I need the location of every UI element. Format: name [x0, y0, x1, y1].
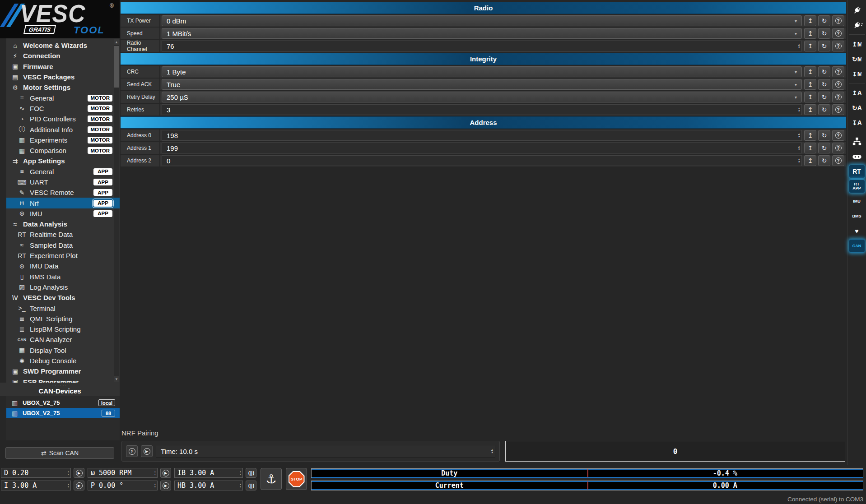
- splitter-handle[interactable]: ······: [0, 383, 120, 387]
- right-toolbar-button[interactable]: IMU: [849, 194, 865, 208]
- help-button[interactable]: ?: [832, 104, 844, 115]
- control-spinbox[interactable]: ω 5000 RPM ▴▾: [88, 468, 158, 478]
- dropdown-arrow-icon[interactable]: ▾: [795, 95, 801, 100]
- right-toolbar-button[interactable]: [849, 135, 865, 148]
- help-button[interactable]: ?: [832, 130, 844, 141]
- keep-alive-anchor-button[interactable]: ⚓: [261, 468, 282, 490]
- sidebar-item[interactable]: ⌂ Welcome & Wizards: [6, 40, 120, 51]
- sidebar-item[interactable]: ▨ Log Analysis: [6, 282, 120, 292]
- param-value-field[interactable]: 1 Byte ▾ ▴▾: [162, 66, 802, 77]
- control-action-button[interactable]: ▶ (‖): [74, 481, 84, 490]
- write-param-button[interactable]: ↥: [804, 28, 816, 39]
- sidebar-item[interactable]: ✎ VESC Remote APP: [6, 187, 120, 198]
- right-toolbar-button[interactable]: RT APP: [849, 180, 865, 193]
- write-param-button[interactable]: ↥: [804, 130, 816, 141]
- right-toolbar-button[interactable]: CAN: [849, 239, 865, 253]
- restore-default-button[interactable]: ↻: [818, 41, 830, 51]
- write-param-button[interactable]: ↥: [804, 66, 816, 77]
- nrf-start-pairing-button[interactable]: ▶: [141, 445, 153, 457]
- sidebar-item[interactable]: ∿ FOC MOTOR: [6, 103, 120, 114]
- help-button[interactable]: ?: [832, 79, 844, 90]
- sidebar-item[interactable]: ▣ ESP Programmer: [6, 377, 120, 383]
- right-toolbar-button[interactable]: BMS: [849, 209, 865, 223]
- right-toolbar-button[interactable]: RT: [849, 165, 865, 178]
- pairing-time-spinbox[interactable]: Time: 10.0 s ▴▾: [156, 445, 495, 458]
- control-spinbox[interactable]: D 0.20 ▴▾: [1, 468, 71, 478]
- sidebar-item[interactable]: >_ Terminal: [6, 303, 120, 313]
- sidebar-item[interactable]: ≡ General MOTOR: [6, 92, 120, 103]
- spinner-arrows[interactable]: ▴▾: [798, 107, 801, 112]
- right-toolbar-button[interactable]: ↧A: [849, 116, 865, 132]
- sidebar-item[interactable]: ▦ Comparison MOTOR: [6, 145, 120, 156]
- spinner-arrows[interactable]: ▴▾: [154, 470, 157, 476]
- control-spinbox[interactable]: IB 3.00 A ▴▾: [174, 468, 243, 478]
- restore-default-button[interactable]: ↻: [818, 130, 830, 141]
- restore-default-button[interactable]: ↻: [818, 28, 830, 39]
- control-action-button[interactable]: ▶ (‖): [246, 481, 256, 490]
- sidebar-item[interactable]: ▦ Experiments MOTOR: [6, 135, 120, 145]
- sidebar-item[interactable]: RT Experiment Plot: [6, 250, 120, 261]
- spinner-arrows[interactable]: ▴▾: [239, 470, 242, 476]
- right-toolbar-button[interactable]: ♥: [849, 224, 865, 238]
- sidebar-item[interactable]: ≣ LispBM Scripting: [6, 324, 120, 334]
- right-toolbar-button[interactable]: [849, 18, 865, 35]
- help-button[interactable]: ?: [832, 155, 844, 166]
- sidebar-item[interactable]: ⇉ App Settings: [6, 156, 120, 166]
- control-spinbox[interactable]: HB 3.00 A ▴▾: [174, 481, 243, 490]
- restore-default-button[interactable]: ↻: [818, 15, 830, 26]
- right-toolbar-button[interactable]: ↥M: [849, 37, 865, 51]
- sidebar-item[interactable]: ◔ PID Controllers MOTOR: [6, 114, 120, 124]
- write-param-button[interactable]: ↥: [804, 143, 816, 153]
- sidebar-item[interactable]: ▤ VESC Packages: [6, 72, 120, 82]
- spinner-arrows[interactable]: ▴▾: [67, 483, 70, 488]
- write-param-button[interactable]: ↥: [804, 41, 816, 51]
- sidebar-item[interactable]: ▣ Firmware: [6, 61, 120, 72]
- sidebar-item[interactable]: ⓘ Additional Info MOTOR: [6, 124, 120, 134]
- param-value-field[interactable]: 76 ▾ ▴▾: [162, 41, 802, 51]
- scan-can-button[interactable]: ⇄ Scan CAN: [5, 447, 114, 459]
- nrf-help-button[interactable]: ?: [126, 445, 138, 457]
- dropdown-arrow-icon[interactable]: ▾: [795, 82, 801, 87]
- control-action-button[interactable]: ▶ (‖): [160, 481, 171, 490]
- control-spinbox[interactable]: I 3.00 A ▴▾: [1, 481, 71, 490]
- can-device-row[interactable]: ▥ UBOX_V2_75 88: [6, 408, 120, 418]
- restore-default-button[interactable]: ↻: [818, 66, 830, 77]
- sidebar-item[interactable]: ⚡ Connection: [6, 51, 120, 61]
- right-toolbar-button[interactable]: ↥A: [849, 86, 865, 100]
- sidebar-item[interactable]: ▦ Display Tool: [6, 345, 120, 356]
- control-action-button[interactable]: ▶ (‖): [160, 468, 171, 478]
- sidebar-item[interactable]: ≣ QML Scripting: [6, 314, 120, 324]
- write-param-button[interactable]: ↥: [804, 15, 816, 26]
- help-button[interactable]: ?: [832, 41, 844, 51]
- write-param-button[interactable]: ↥: [804, 155, 816, 166]
- sidebar-item[interactable]: RT Realtime Data: [6, 229, 120, 240]
- param-value-field[interactable]: True ▾ ▴▾: [162, 79, 802, 90]
- sidebar-item[interactable]: \V VESC Dev Tools: [6, 292, 120, 303]
- spinner-arrows[interactable]: ▴▾: [798, 133, 801, 138]
- param-value-field[interactable]: 1 MBit/s ▾ ▴▾: [162, 28, 802, 39]
- help-button[interactable]: ?: [832, 143, 844, 153]
- spinner-arrows[interactable]: ▴▾: [491, 449, 495, 454]
- spinner-arrows[interactable]: ▴▾: [239, 483, 242, 488]
- restore-default-button[interactable]: ↻: [818, 155, 830, 166]
- spinner-arrows[interactable]: ▴▾: [798, 158, 801, 163]
- spinner-arrows[interactable]: ▴▾: [798, 43, 801, 49]
- sidebar-item[interactable]: ≈ Sampled Data: [6, 240, 120, 250]
- sidebar-item[interactable]: ▯ BMS Data: [6, 272, 120, 282]
- emergency-stop-button[interactable]: STOP: [286, 468, 307, 490]
- spinner-arrows[interactable]: ▴▾: [154, 483, 157, 488]
- help-button[interactable]: ?: [832, 15, 844, 26]
- param-value-field[interactable]: 0 dBm ▾ ▴▾: [162, 15, 802, 26]
- restore-default-button[interactable]: ↻: [818, 79, 830, 90]
- spinner-arrows[interactable]: ▴▾: [798, 145, 801, 151]
- can-device-row[interactable]: ▥ UBOX_V2_75 local: [6, 398, 120, 408]
- sidebar-item[interactable]: ⊛ IMU Data: [6, 261, 120, 271]
- right-toolbar-button[interactable]: ↻M: [849, 52, 865, 66]
- sidebar-item[interactable]: ≈ Data Analysis: [6, 219, 120, 229]
- sidebar-item[interactable]: (•) Nrf APP: [6, 198, 120, 208]
- param-value-field[interactable]: 198 ▾ ▴▾: [162, 130, 802, 141]
- dropdown-arrow-icon[interactable]: ▾: [795, 69, 801, 74]
- param-value-field[interactable]: 199 ▾ ▴▾: [162, 143, 802, 153]
- control-action-button[interactable]: ▶ (‖): [246, 468, 256, 478]
- right-toolbar-button[interactable]: ↧M: [849, 67, 865, 83]
